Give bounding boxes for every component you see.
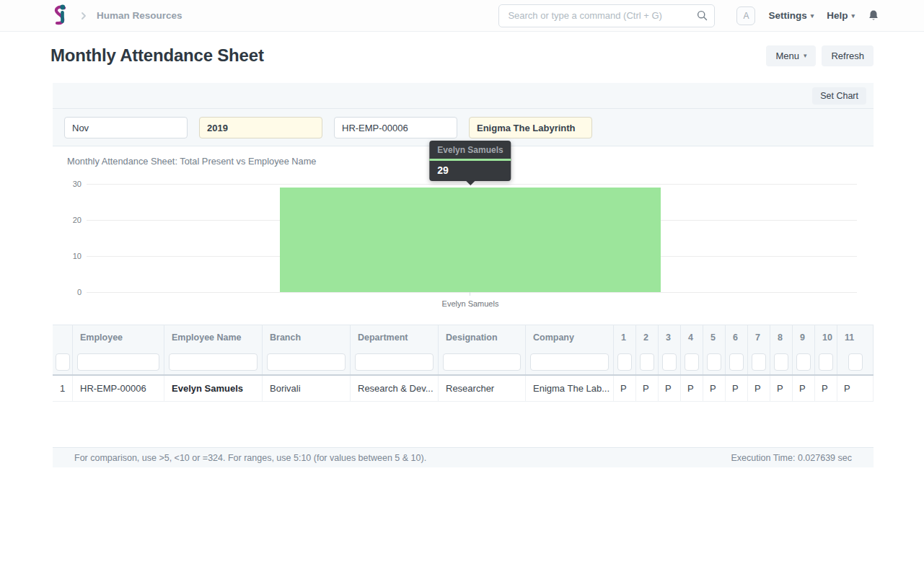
table-header-3[interactable]: 3 [659,325,681,349]
table-header-row: EmployeeEmployee NameBranchDepartmentDes… [53,325,874,349]
report-filter-input-2[interactable] [334,117,457,138]
table-header-2[interactable]: 2 [636,325,659,349]
table-header-employee-name[interactable]: Employee Name [164,325,263,349]
refresh-button[interactable]: Refresh [822,45,874,66]
attendance-chart: Monthly Attendance Sheet: Total Present … [53,146,874,325]
table-cell[interactable]: P [770,376,793,401]
table-header-7[interactable]: 7 [748,325,770,349]
column-filter-14-input[interactable] [774,353,788,371]
column-filter-14 [770,349,793,374]
tooltip-label: Evelyn Samuels [429,141,511,159]
report-filter-input-0[interactable] [64,117,188,138]
column-filter-15 [793,349,815,374]
column-filter-12-input[interactable] [729,353,744,371]
global-search [498,4,715,27]
table-cell[interactable]: P [748,376,770,401]
column-filter-6 [526,349,614,374]
notifications-bell-icon[interactable] [868,9,879,22]
table-header-1[interactable]: 1 [614,325,636,349]
table-header-branch[interactable]: Branch [263,325,351,349]
table-filter-row [53,349,874,376]
search-input[interactable] [498,4,715,27]
chevron-down-icon: ▾ [851,12,855,19]
column-filter-10 [681,349,703,374]
table-header-company[interactable]: Company [526,325,614,349]
table-cell[interactable]: Researcher [439,376,526,401]
table-header-index [53,325,73,349]
column-filter-9-input[interactable] [662,353,677,371]
column-filter-index-input[interactable] [56,353,70,371]
x-tick [470,292,470,296]
table-cell[interactable]: P [636,376,659,401]
table-row[interactable]: 1HR-EMP-00006Evelyn SamuelsBorivaliResea… [53,376,874,402]
table-empty-area [53,402,874,447]
table-header-5[interactable]: 5 [703,325,726,349]
page-head: Monthly Attendance Sheet Menu ▾ Refresh [0,32,924,79]
y-tick-label: 10 [56,252,82,260]
column-filter-16 [815,349,837,374]
column-filter-3-input[interactable] [267,353,346,371]
column-filter-8-input[interactable] [640,353,654,371]
table-cell[interactable]: P [793,376,815,401]
table-header-8[interactable]: 8 [770,325,793,349]
x-axis-label: Evelyn Samuels [384,299,557,308]
settings-menu[interactable]: Settings ▾ [768,10,814,21]
help-menu[interactable]: Help ▾ [827,10,855,21]
filter-hint-text: For comparison, use >5, <10 or =324. For… [74,453,426,463]
table-cell[interactable]: P [681,376,703,401]
bar-evelyn-samuels[interactable] [280,188,661,292]
column-filter-6-input[interactable] [530,353,609,371]
column-filter-17 [837,349,874,374]
column-filter-12 [726,349,748,374]
table-cell[interactable]: P [726,376,748,401]
table-cell[interactable]: P [659,376,681,401]
table-body: 1HR-EMP-00006Evelyn SamuelsBorivaliResea… [53,376,874,402]
table-cell[interactable]: HR-EMP-00006 [73,376,164,401]
table-cell[interactable]: P [815,376,837,401]
table-header-employee[interactable]: Employee [73,325,164,349]
table-cell[interactable]: Borivali [263,376,351,401]
report-filter-input-1[interactable] [199,117,322,138]
column-filter-11-input[interactable] [707,353,721,371]
chevron-right-icon [79,12,88,20]
table-header-9[interactable]: 9 [793,325,815,349]
column-filter-7-input[interactable] [617,353,632,371]
column-filter-9 [659,349,681,374]
row-index: 1 [53,376,73,401]
column-filter-1-input[interactable] [77,353,159,371]
column-filter-13 [748,349,770,374]
table-header-11[interactable]: 11 [837,325,874,349]
report-filter-input-3[interactable] [469,117,592,138]
column-filter-3 [263,349,351,374]
menu-button[interactable]: Menu ▾ [766,45,816,66]
table-cell[interactable]: Enigma The Lab... [526,376,614,401]
column-filter-11 [703,349,726,374]
avatar[interactable]: A [736,6,755,25]
column-filter-13-input[interactable] [752,353,766,371]
table-cell[interactable]: Research & Dev... [351,376,439,401]
column-filter-index [53,349,73,374]
table-header-4[interactable]: 4 [681,325,703,349]
navbar: Human Resources A Settings ▾ Help ▾ [0,0,924,32]
search-icon [697,10,708,23]
column-filter-7 [614,349,636,374]
table-header-6[interactable]: 6 [726,325,748,349]
table-header-department[interactable]: Department [351,325,439,349]
column-filter-17-input[interactable] [848,353,863,371]
column-filter-10-input[interactable] [685,353,699,371]
tooltip-value: 29 [429,161,511,181]
table-header-designation[interactable]: Designation [439,325,526,349]
table-header-10[interactable]: 10 [815,325,837,349]
table-cell[interactable]: P [614,376,636,401]
app-logo-icon[interactable] [50,4,71,27]
column-filter-16-input[interactable] [819,353,833,371]
column-filter-15-input[interactable] [796,353,811,371]
table-cell[interactable]: P [703,376,726,401]
table-cell[interactable]: Evelyn Samuels [164,376,263,401]
set-chart-button[interactable]: Set Chart [812,87,866,105]
column-filter-5-input[interactable] [443,353,521,371]
table-cell[interactable]: P [837,376,874,401]
breadcrumb[interactable]: Human Resources [97,10,182,21]
column-filter-4-input[interactable] [355,353,434,371]
column-filter-2-input[interactable] [169,353,258,371]
